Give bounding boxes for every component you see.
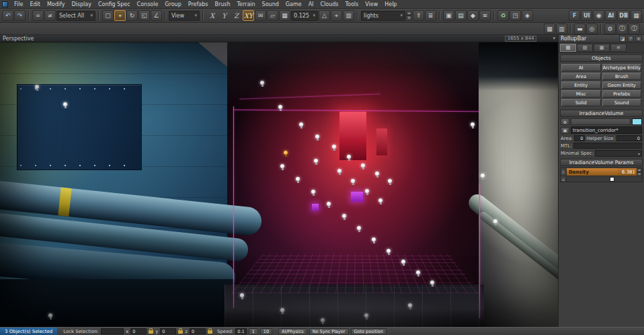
layer-list-icon[interactable]: ≣: [425, 10, 436, 21]
object-button-brush[interactable]: Brush: [602, 73, 642, 80]
objects-section-header[interactable]: Objects: [560, 54, 643, 62]
scale-tool-icon[interactable]: ◱: [138, 10, 150, 21]
database-view-button[interactable]: DB: [617, 10, 630, 21]
minimal-spec-dropdown[interactable]: ▾: [595, 150, 642, 157]
speed-input[interactable]: 0.1: [235, 328, 246, 334]
tab-display[interactable]: ▩: [594, 44, 610, 52]
axis-y-button[interactable]: Y: [218, 10, 230, 21]
selection-spinner[interactable]: ▴ ▾: [406, 11, 412, 21]
rollupbar-titlebar[interactable]: RollupBar ◪ ? ×: [559, 35, 644, 43]
goto-position-button[interactable]: Goto position: [351, 328, 387, 335]
param-density-value[interactable]: 6.381: [618, 168, 637, 176]
open-folder-icon[interactable]: ▤: [455, 10, 467, 21]
material-editor-icon[interactable]: ◈: [522, 10, 533, 21]
gamepad-icon[interactable]: ▦: [544, 24, 555, 34]
lock-z-icon[interactable]: [208, 330, 212, 334]
menu-modify[interactable]: Modify: [44, 1, 69, 7]
object-button-solid[interactable]: Solid: [561, 99, 601, 106]
menu-config-spec[interactable]: Config Spec: [95, 1, 134, 7]
flowgraph-button[interactable]: F: [569, 10, 580, 21]
menu-help[interactable]: Help: [381, 1, 400, 7]
menu-brush[interactable]: Brush: [211, 1, 233, 7]
ui-editor-button[interactable]: UI: [581, 10, 592, 21]
ai-debugger-button[interactable]: AI: [605, 10, 616, 21]
snap-angle-tool-icon[interactable]: △: [319, 10, 330, 21]
menu-display[interactable]: Display: [68, 1, 95, 7]
unlink-icon[interactable]: ≠: [44, 10, 56, 21]
lock-x-icon[interactable]: [149, 330, 153, 334]
layers-icon[interactable]: ≡: [479, 10, 491, 21]
vehicle-icon[interactable]: ▬: [574, 24, 586, 34]
object-button-sound[interactable]: Sound: [602, 99, 642, 106]
menu-edit[interactable]: Edit: [26, 1, 44, 7]
menu-clouds[interactable]: Clouds: [317, 1, 341, 7]
tab-terrain[interactable]: ▨: [577, 44, 593, 52]
tab-layers[interactable]: ≋: [610, 44, 627, 52]
snap-angle-icon[interactable]: ∠: [151, 10, 162, 21]
mail-icon[interactable]: ✉: [255, 10, 266, 21]
axis-xy-button[interactable]: XY: [243, 10, 254, 21]
viewport-scene[interactable]: [0, 42, 558, 327]
spin-down-icon[interactable]: ▾: [637, 172, 642, 176]
object-button-area[interactable]: Area: [561, 73, 601, 80]
object-button-prefabs[interactable]: Prefabs: [602, 90, 642, 98]
y-coordinate-input[interactable]: 0: [160, 328, 176, 334]
entity-tool-icon[interactable]: ⚙: [561, 118, 569, 125]
param-checkbox[interactable]: [610, 177, 614, 182]
rotate-tool-icon[interactable]: ↻: [126, 10, 138, 21]
axis-z-button[interactable]: Z: [231, 10, 242, 21]
compass-icon[interactable]: ◉: [593, 10, 604, 21]
viewport-menu-icon[interactable]: ▾: [553, 36, 555, 41]
gear-icon[interactable]: ⚙: [604, 24, 616, 34]
speed-preset-10-button[interactable]: 10: [260, 328, 272, 335]
speed-preset-1-button[interactable]: 1: [249, 328, 258, 335]
entity-color-swatch[interactable]: [632, 118, 642, 125]
redo-icon[interactable]: ↷: [14, 10, 26, 21]
entity-name-field[interactable]: transition_corridor*: [571, 126, 642, 134]
z-coordinate-input[interactable]: 0: [190, 328, 206, 334]
spin-down-icon[interactable]: ▾: [406, 15, 412, 21]
target-icon[interactable]: ⌖: [331, 10, 342, 21]
axis-x-button[interactable]: X: [206, 10, 218, 21]
menu-terrain[interactable]: Terrain: [234, 1, 259, 7]
menu-console[interactable]: Console: [134, 1, 162, 7]
mtl-input[interactable]: [573, 143, 642, 149]
menu-game[interactable]: Game: [282, 1, 305, 7]
no-sync-player-button[interactable]: No Sync Player: [309, 328, 349, 335]
panel-icon[interactable]: ▥: [343, 10, 354, 21]
irradiance-params-header[interactable]: IrradianceVolume Params: [560, 159, 643, 166]
measure-icon[interactable]: ▱: [267, 10, 278, 21]
track-view-icon[interactable]: ▦: [631, 10, 642, 21]
select-tool-icon[interactable]: ▢: [102, 10, 114, 21]
menu-file[interactable]: File: [11, 1, 26, 7]
help-icon[interactable]: ?: [627, 36, 634, 42]
ai-physics-button[interactable]: AI/Physics: [278, 328, 307, 335]
pin-icon[interactable]: ◪: [619, 36, 626, 42]
move-tool-icon[interactable]: ＋: [114, 10, 126, 21]
spin-up-icon[interactable]: ▴: [406, 11, 412, 16]
lock-y-icon[interactable]: [178, 330, 183, 334]
link-icon[interactable]: ∞: [32, 10, 44, 21]
object-button-ai[interactable]: AI: [561, 64, 601, 71]
undo-icon[interactable]: ↶: [2, 10, 13, 21]
irradiance-volume-header[interactable]: IrradianceVolume: [560, 110, 643, 117]
param-density-spinner[interactable]: ▴ ▾: [637, 168, 642, 176]
view-dropdown[interactable]: View ▾: [169, 11, 200, 21]
info-alt-icon[interactable]: ⓘ: [629, 24, 640, 34]
object-button-misc[interactable]: Misc: [561, 90, 601, 98]
wheel-icon[interactable]: ◎: [586, 24, 598, 34]
object-button-entity[interactable]: Entity: [561, 81, 601, 89]
gamepad-alt-icon[interactable]: ▥: [556, 24, 567, 34]
menu-prefabs[interactable]: Prefabs: [185, 1, 212, 7]
save-icon[interactable]: ◆: [467, 10, 479, 21]
close-icon[interactable]: ×: [635, 36, 642, 42]
helper-size-input[interactable]: 0: [616, 135, 642, 141]
area-input[interactable]: 0: [574, 135, 585, 141]
menu-group[interactable]: Group: [161, 1, 184, 7]
tab-objects[interactable]: ▧: [560, 44, 576, 52]
info-icon[interactable]: ⓘ: [616, 24, 628, 34]
refresh-icon[interactable]: ♻: [497, 10, 509, 21]
object-button-geom-entity[interactable]: Geom Entity: [602, 81, 642, 89]
entity-icon[interactable]: ▣: [561, 127, 569, 134]
lock-selection-field[interactable]: [101, 328, 124, 334]
